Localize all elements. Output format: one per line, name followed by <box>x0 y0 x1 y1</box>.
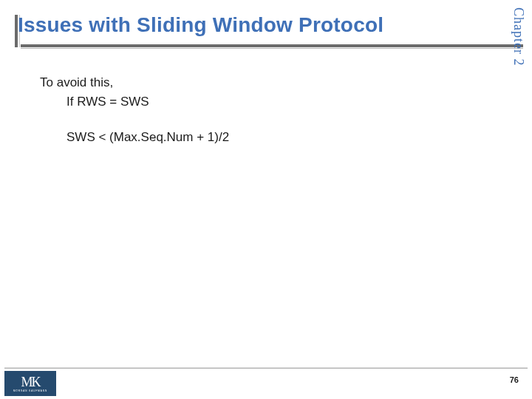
content-line-3: SWS < (Max.Seq.Num + 1)/2 <box>40 129 502 146</box>
logo-sub-text: MORGAN KAUFMANN <box>13 389 47 392</box>
content-spacer <box>40 112 502 129</box>
logo-main-text: MK <box>21 375 39 389</box>
chapter-label: Chapter 2 <box>511 7 526 66</box>
slide-container: Issues with Sliding Window Protocol Chap… <box>0 0 532 399</box>
content-line-1: To avoid this, <box>40 74 502 92</box>
title-underline-thick <box>21 44 523 47</box>
title-underline <box>0 44 532 49</box>
title-underline-thin <box>21 48 523 49</box>
content-line-2: If RWS = SWS <box>40 93 502 111</box>
slide-title: Issues with Sliding Window Protocol <box>18 13 510 37</box>
content-area: To avoid this, If RWS = SWS SWS < (Max.S… <box>40 74 502 147</box>
publisher-logo: MK MORGAN KAUFMANN <box>4 371 56 396</box>
footer: MK MORGAN KAUFMANN 76 <box>0 368 532 399</box>
page-number: 76 <box>510 375 519 384</box>
title-area: Issues with Sliding Window Protocol <box>18 13 510 37</box>
footer-divider <box>4 368 528 369</box>
